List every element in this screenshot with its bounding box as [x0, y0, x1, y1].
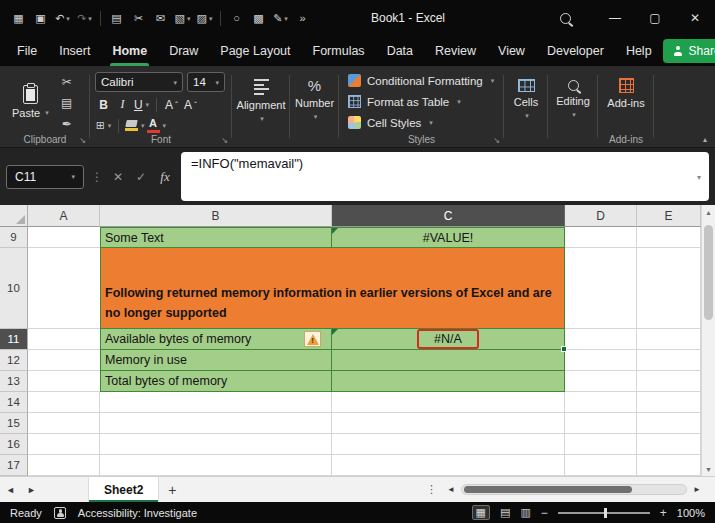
conditional-formatting-button[interactable]: Conditional Formatting▾	[348, 71, 494, 90]
tab-view[interactable]: View	[487, 36, 536, 66]
column-header-D[interactable]: D	[565, 205, 637, 227]
cell-C13[interactable]	[332, 371, 565, 392]
collapse-ribbon-icon[interactable]: ▴	[703, 135, 707, 144]
cell-B10-C10-merged[interactable]: Following returned memory information in…	[100, 248, 565, 329]
redo-button[interactable]: ↷▾	[74, 6, 95, 30]
cell-C12[interactable]	[332, 350, 565, 371]
font-size-select[interactable]: 14▾	[187, 72, 225, 92]
zoom-in-button[interactable]: +	[660, 506, 667, 520]
tab-draw[interactable]: Draw	[158, 36, 209, 66]
cell-E12[interactable]	[637, 350, 701, 371]
horizontal-scrollbar[interactable]	[461, 484, 687, 495]
tab-file[interactable]: File	[6, 36, 48, 66]
row-header-14[interactable]: 14	[0, 392, 28, 413]
tab-splitter-handle[interactable]: ⋮	[420, 483, 443, 496]
vertical-scrollbar[interactable]: ▲ ▼	[701, 205, 715, 476]
next-sheet-icon[interactable]: ►	[21, 485, 42, 495]
row-header-12[interactable]: 12	[0, 350, 28, 371]
vertical-scrollbar-thumb[interactable]	[704, 225, 713, 320]
scroll-up-icon[interactable]: ▲	[702, 205, 715, 219]
number-group[interactable]: % Number ▾	[290, 66, 339, 147]
row-header-16[interactable]: 16	[0, 434, 28, 455]
accessibility-status[interactable]: Accessibility: Investigate	[78, 507, 197, 519]
save-button[interactable]: ▣	[30, 6, 51, 30]
undo-button[interactable]: ↶▾	[52, 6, 73, 30]
cell-A14[interactable]	[28, 392, 100, 413]
cell-B14[interactable]	[100, 392, 332, 413]
new-sheet-button[interactable]: +	[159, 482, 185, 498]
cell-A9[interactable]	[28, 227, 100, 248]
cell-B15[interactable]	[100, 413, 332, 434]
cell-E11[interactable]	[637, 329, 701, 350]
dialog-launcher-icon[interactable]: ↘	[221, 136, 228, 145]
addins-group[interactable]: Add-ins Add-ins	[598, 66, 654, 147]
cell-A15[interactable]	[28, 413, 100, 434]
cut-button[interactable]: ✂	[128, 6, 149, 30]
font-family-select[interactable]: Calibri▾	[95, 72, 183, 92]
cell-D13[interactable]	[565, 371, 637, 392]
cell-D12[interactable]	[565, 350, 637, 371]
sheet-tab-sheet2[interactable]: Sheet2	[88, 477, 159, 502]
camera-button[interactable]: ▩	[248, 6, 269, 30]
customize-toolbar-button[interactable]: ▦	[8, 6, 29, 30]
mail-button[interactable]: ✉	[150, 6, 171, 30]
table-button[interactable]: ▧▾	[172, 6, 193, 30]
share-button[interactable]: Share ▾	[663, 39, 715, 63]
cell-B16[interactable]	[100, 434, 332, 455]
tab-home[interactable]: Home	[101, 36, 158, 66]
minimize-button[interactable]: —	[595, 0, 635, 36]
workbook-button[interactable]: ▤	[106, 6, 127, 30]
bold-button[interactable]: B	[95, 96, 112, 113]
cell-B11[interactable]: Available bytes of memory !	[100, 329, 332, 350]
cell-B17[interactable]	[100, 455, 332, 476]
cells-group[interactable]: Cells ▾	[504, 66, 548, 147]
borders-button[interactable]: ⊞▾	[95, 117, 112, 134]
normal-view-icon[interactable]: ▦	[472, 505, 490, 520]
enter-button[interactable]: ✓	[133, 170, 149, 184]
page-layout-view-icon[interactable]: ▤	[500, 507, 510, 518]
decrease-font-button[interactable]: Aˇ	[182, 96, 199, 113]
underline-button[interactable]: U▾	[133, 96, 150, 113]
cell-E15[interactable]	[637, 413, 701, 434]
close-button[interactable]: ✕	[675, 0, 715, 36]
tab-formulas[interactable]: Formulas	[302, 36, 376, 66]
touch-mode-button[interactable]: ○	[226, 6, 247, 30]
tab-help[interactable]: Help	[615, 36, 663, 66]
cell-C14[interactable]	[332, 392, 565, 413]
cell-C17[interactable]	[332, 455, 565, 476]
cell-C9[interactable]: #VALUE!	[332, 227, 565, 248]
cell-B12[interactable]: Memory in use	[100, 350, 332, 371]
cell-styles-button[interactable]: Cell Styles▾	[348, 113, 494, 132]
scroll-left-icon[interactable]: ◄	[443, 485, 459, 494]
row-header-17[interactable]: 17	[0, 455, 28, 476]
cell-E10[interactable]	[637, 248, 701, 329]
page-break-view-icon[interactable]: ▥	[520, 507, 530, 518]
tab-review[interactable]: Review	[424, 36, 487, 66]
increase-font-button[interactable]: Aˆ	[163, 96, 180, 113]
row-header-15[interactable]: 15	[0, 413, 28, 434]
insert-function-button[interactable]: fx	[156, 169, 174, 185]
row-header-11[interactable]: 11	[0, 329, 28, 350]
dialog-launcher-icon[interactable]: ↘	[79, 136, 86, 145]
cell-D15[interactable]	[565, 413, 637, 434]
column-header-E[interactable]: E	[637, 205, 701, 227]
cell-A11[interactable]	[28, 329, 100, 350]
tab-page-layout[interactable]: Page Layout	[209, 36, 301, 66]
cell-E17[interactable]	[637, 455, 701, 476]
cell-A10[interactable]	[28, 248, 100, 329]
draw-button[interactable]: ✎▾	[270, 6, 291, 30]
cell-C15[interactable]	[332, 413, 565, 434]
cell-E13[interactable]	[637, 371, 701, 392]
cell-C11-selected[interactable]: #N/A	[332, 329, 565, 350]
tab-data[interactable]: Data	[376, 36, 424, 66]
cell-B13[interactable]: Total bytes of memory	[100, 371, 332, 392]
more-commands-button[interactable]: »	[292, 6, 313, 30]
column-header-A[interactable]: A	[28, 205, 100, 227]
fill-color-button[interactable]: ▾	[125, 117, 145, 134]
tab-insert[interactable]: Insert	[48, 36, 101, 66]
format-as-table-button[interactable]: Format as Table▾	[348, 92, 494, 111]
formula-input[interactable]: =INFO("memavail") ▾	[181, 152, 709, 201]
cut-button[interactable]: ✂	[56, 74, 78, 91]
cell-D16[interactable]	[565, 434, 637, 455]
error-warning-icon[interactable]: !	[304, 331, 321, 347]
